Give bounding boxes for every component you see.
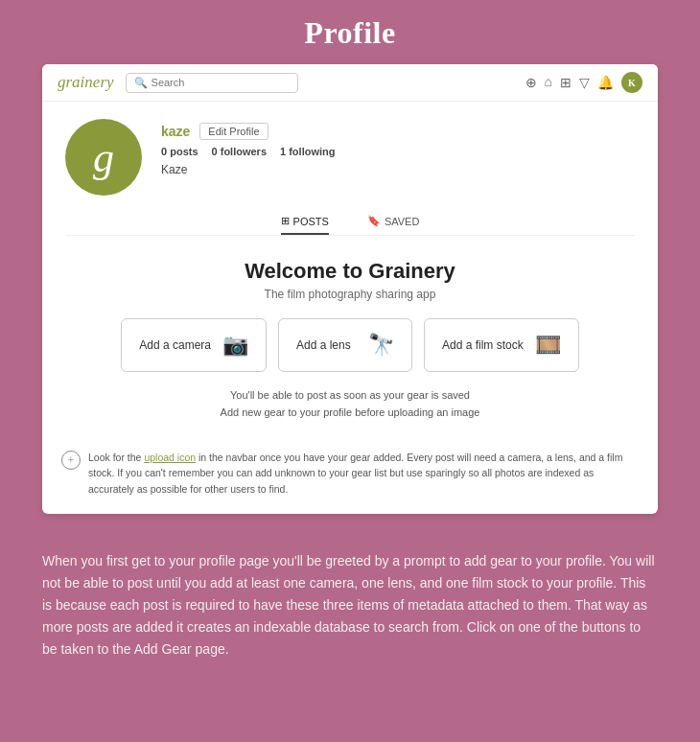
- lens-icon: 🔭: [368, 333, 394, 358]
- hint-before: Look for the: [88, 452, 144, 463]
- add-film-stock-button[interactable]: Add a film stock 🎞️: [424, 318, 579, 372]
- welcome-section: Welcome to Grainery The film photography…: [42, 236, 658, 450]
- profile-display-name: Kaze: [161, 163, 335, 176]
- upload-icon[interactable]: ⊕: [525, 75, 537, 91]
- profile-username: kaze: [161, 124, 190, 139]
- profile-card: grainery 🔍 ⊕ ⌂ ⊞ ▽ 🔔 K g kaze Edi: [42, 64, 658, 514]
- add-camera-button[interactable]: Add a camera 📷: [121, 318, 267, 372]
- tab-saved[interactable]: 🔖 SAVED: [367, 215, 419, 235]
- upload-icon-link[interactable]: upload icon: [144, 452, 196, 463]
- home-icon[interactable]: ⌂: [545, 75, 552, 90]
- add-lens-button[interactable]: Add a lens 🔭: [278, 318, 412, 372]
- body-text: When you first get to your profile page …: [0, 537, 700, 689]
- gear-info-line-1: You'll be able to post as soon as your g…: [71, 387, 629, 405]
- upload-hint: + Look for the upload icon in the navbar…: [42, 450, 658, 514]
- welcome-title: Welcome to Grainery: [71, 259, 629, 284]
- avatar[interactable]: K: [621, 72, 642, 93]
- following-stat: 1 following: [280, 146, 335, 157]
- bookmark-tab-icon: 🔖: [367, 215, 381, 227]
- profile-stats: 0 posts 0 followers 1 following: [161, 146, 335, 157]
- edit-profile-button[interactable]: Edit Profile: [199, 123, 268, 140]
- profile-username-row: kaze Edit Profile: [161, 123, 335, 140]
- profile-avatar: g: [65, 119, 142, 196]
- search-input[interactable]: [152, 77, 290, 88]
- grid-icon[interactable]: ⊞: [560, 75, 572, 91]
- grid-tab-icon: ⊞: [281, 215, 290, 227]
- profile-section: g kaze Edit Profile 0 posts 0 followers …: [42, 102, 658, 207]
- add-lens-label: Add a lens: [296, 338, 351, 352]
- followers-stat: 0 followers: [212, 146, 267, 157]
- gear-info-line-2: Add new gear to your profile before uplo…: [71, 405, 629, 422]
- add-film-label: Add a film stock: [442, 338, 524, 352]
- film-icon: 🎞️: [535, 333, 561, 358]
- add-camera-label: Add a camera: [139, 338, 211, 352]
- gear-buttons: Add a camera 📷 Add a lens 🔭 Add a film s…: [71, 318, 629, 372]
- posts-stat: 0 posts: [161, 146, 198, 157]
- page-title: Profile: [0, 0, 700, 64]
- search-bar[interactable]: 🔍: [126, 73, 298, 93]
- tab-posts[interactable]: ⊞ POSTS: [281, 215, 329, 235]
- bell-icon[interactable]: 🔔: [597, 75, 614, 91]
- hint-circle-icon: +: [61, 451, 81, 470]
- search-icon: 🔍: [134, 77, 148, 89]
- gear-info: You'll be able to post as soon as your g…: [71, 387, 629, 421]
- navbar: grainery 🔍 ⊕ ⌂ ⊞ ▽ 🔔 K: [42, 64, 658, 102]
- filter-icon[interactable]: ▽: [579, 75, 590, 91]
- navbar-icons: ⊕ ⌂ ⊞ ▽ 🔔 K: [525, 72, 642, 93]
- camera-icon: 📷: [222, 333, 248, 358]
- profile-info: kaze Edit Profile 0 posts 0 followers 1 …: [161, 119, 335, 176]
- profile-tabs: ⊞ POSTS 🔖 SAVED: [65, 207, 635, 236]
- navbar-logo: grainery: [58, 73, 114, 92]
- upload-hint-text: Look for the upload icon in the navbar o…: [88, 450, 639, 497]
- welcome-subtitle: The film photography sharing app: [71, 288, 629, 301]
